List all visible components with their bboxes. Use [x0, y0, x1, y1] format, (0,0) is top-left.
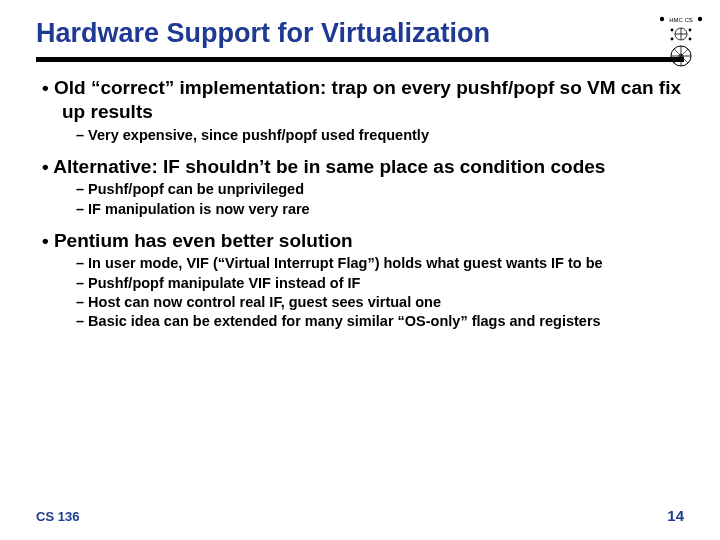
footer-course: CS 136: [36, 509, 79, 524]
title-rule: [36, 57, 684, 62]
bullet-level1: Old “correct” implementation: trap on ev…: [42, 76, 684, 124]
bullet-level1: Pentium has even better solution: [42, 229, 684, 253]
bullet-level2: Basic idea can be extended for many simi…: [76, 312, 684, 330]
bullet-level1: Alternative: IF shouldn’t be in same pla…: [42, 155, 684, 179]
footer-page-number: 14: [667, 507, 684, 524]
bullet-level2: Pushf/popf can be unprivileged: [76, 180, 684, 198]
svg-text:HMC  CS: HMC CS: [669, 17, 693, 23]
svg-point-8: [671, 38, 674, 41]
svg-point-1: [660, 17, 664, 21]
slide-body: Old “correct” implementation: trap on ev…: [36, 76, 684, 330]
bullet-level2: Pushf/popf manipulate VIF instead of IF: [76, 274, 684, 292]
svg-point-7: [689, 29, 692, 32]
bullet-level2: Very expensive, since pushf/popf used fr…: [76, 126, 684, 144]
svg-point-9: [689, 38, 692, 41]
slide-title: Hardware Support for Virtualization: [36, 18, 684, 49]
bullet-level2: Host can now control real IF, guest sees…: [76, 293, 684, 311]
hmc-cs-logo: HMC CS: [656, 12, 706, 72]
slide: HMC CS Hardware Support for Virtualizati…: [0, 0, 720, 540]
svg-point-2: [698, 17, 702, 21]
bullet-level2: In user mode, VIF (“Virtual Interrupt Fl…: [76, 254, 684, 272]
svg-point-6: [671, 29, 674, 32]
bullet-level2: IF manipulation is now very rare: [76, 200, 684, 218]
